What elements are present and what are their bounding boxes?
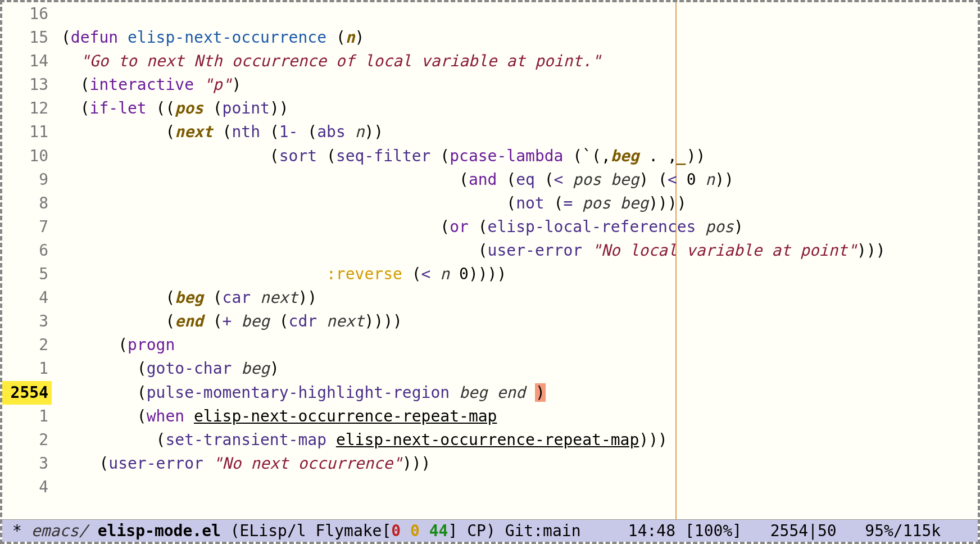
modified-indicator: * bbox=[12, 522, 22, 540]
text-cursor: ) bbox=[535, 383, 546, 402]
current-line-number: 2554 bbox=[2, 381, 52, 405]
line-number: 3 bbox=[2, 452, 52, 475]
code-line[interactable]: (when elisp-next-occurrence-repeat-map bbox=[61, 405, 978, 428]
buffer-name[interactable]: elisp-mode.el bbox=[98, 522, 221, 540]
code-line[interactable]: (set-transient-map elisp-next-occurrence… bbox=[61, 428, 978, 452]
code-line[interactable]: (user-error "No local variable at point"… bbox=[61, 239, 978, 262]
line-number: 12 bbox=[2, 97, 52, 120]
line-number: 1 bbox=[2, 357, 52, 380]
code-line[interactable]: :reverse (< n 0)))) bbox=[61, 262, 978, 286]
line-number: 8 bbox=[2, 192, 52, 215]
code-editor[interactable]: 16 15 14 13 12 11 10 9 8 7 6 5 4 3 2 1 2… bbox=[2, 2, 978, 519]
code-line[interactable]: "Go to next Nth occurrence of local vari… bbox=[61, 49, 978, 73]
code-line[interactable]: (interactive "p") bbox=[61, 73, 978, 97]
buffer-directory: emacs/ bbox=[31, 522, 88, 540]
mode-line[interactable]: * emacs/ elisp-mode.el (ELisp/l Flymake[… bbox=[2, 519, 978, 542]
code-area[interactable]: (defun elisp-next-occurrence (n) "Go to … bbox=[61, 2, 978, 499]
code-line[interactable]: (progn bbox=[61, 333, 978, 357]
line-number: 7 bbox=[2, 215, 52, 239]
clock: 14:48 bbox=[628, 522, 675, 540]
buffer-percent: 95%/115k bbox=[865, 522, 941, 540]
line-number: 11 bbox=[2, 120, 52, 144]
line-number: 5 bbox=[2, 262, 52, 286]
code-line[interactable]: (defun elisp-next-occurrence (n) bbox=[61, 26, 978, 49]
code-line[interactable]: (end (+ beg (cdr next)))) bbox=[61, 310, 978, 333]
line-number: 9 bbox=[2, 168, 52, 192]
code-line[interactable]: (beg (car next)) bbox=[61, 286, 978, 310]
line-number: 14 bbox=[2, 49, 52, 73]
code-line[interactable]: (or (elisp-local-references pos) bbox=[61, 215, 978, 239]
flymake-error-count[interactable]: 0 bbox=[391, 522, 401, 540]
code-line[interactable]: (not (= pos beg)))) bbox=[61, 192, 978, 215]
flymake-warning-count[interactable]: 0 bbox=[410, 522, 420, 540]
flymake-note-count[interactable]: 44 bbox=[429, 522, 448, 540]
line-number: 4 bbox=[2, 286, 52, 310]
code-line[interactable] bbox=[61, 2, 978, 26]
line-number-gutter: 16 15 14 13 12 11 10 9 8 7 6 5 4 3 2 1 2… bbox=[2, 2, 61, 519]
cursor-position: 2554|50 bbox=[770, 522, 837, 540]
line-number: 6 bbox=[2, 239, 52, 262]
line-number: 10 bbox=[2, 144, 52, 168]
code-line[interactable]: (goto-char beg) bbox=[61, 357, 978, 380]
code-line[interactable]: (and (eq (< pos beg) (< 0 n)) bbox=[61, 168, 978, 192]
line-number: 15 bbox=[2, 26, 52, 49]
code-line[interactable]: (sort (seq-filter (pcase-lambda (`(,beg … bbox=[61, 144, 978, 168]
major-mode: (ELisp/l Flymake[ bbox=[221, 522, 391, 540]
vc-branch[interactable]: Git:main bbox=[505, 522, 581, 540]
code-line[interactable]: (next (nth (1- (abs n)) bbox=[61, 120, 978, 144]
line-number: 2 bbox=[2, 333, 52, 357]
code-line[interactable]: (if-let ((pos (point)) bbox=[61, 97, 978, 120]
battery: [100%] bbox=[685, 522, 742, 540]
line-number: 2 bbox=[2, 428, 52, 452]
code-line[interactable]: (user-error "No next occurrence"))) bbox=[61, 452, 978, 475]
line-number: 13 bbox=[2, 73, 52, 97]
code-line[interactable] bbox=[61, 475, 978, 499]
line-number: 3 bbox=[2, 310, 52, 333]
current-code-line[interactable]: (pulse-momentary-highlight-region beg en… bbox=[61, 381, 978, 405]
line-number: 1 bbox=[2, 405, 52, 428]
line-number: 4 bbox=[2, 475, 52, 499]
line-number: 16 bbox=[2, 2, 52, 26]
